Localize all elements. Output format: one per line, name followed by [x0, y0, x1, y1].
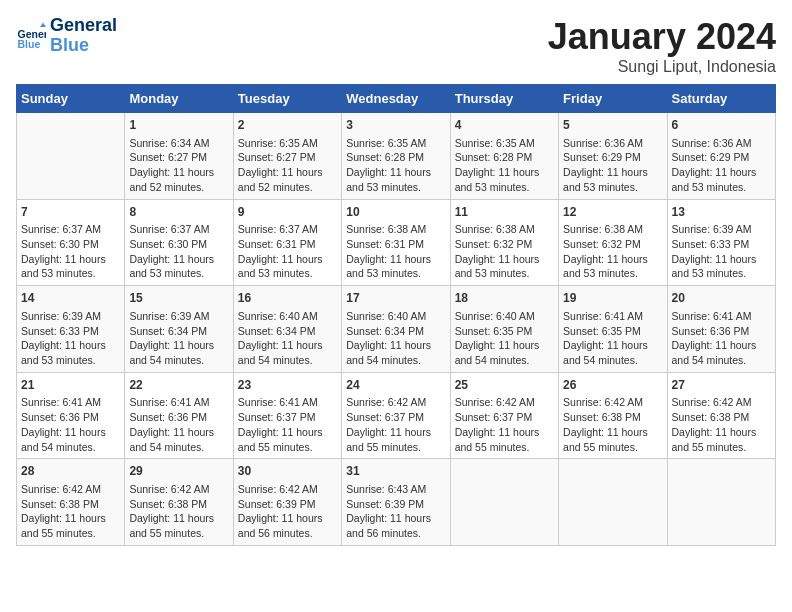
day-number: 4 — [455, 117, 554, 134]
day-number: 22 — [129, 377, 228, 394]
cell-content: Sunrise: 6:43 AMSunset: 6:39 PMDaylight:… — [346, 482, 445, 541]
cell-content: Sunrise: 6:41 AMSunset: 6:36 PMDaylight:… — [672, 309, 771, 368]
calendar-table: SundayMondayTuesdayWednesdayThursdayFrid… — [16, 84, 776, 546]
cell-content: Sunrise: 6:38 AMSunset: 6:31 PMDaylight:… — [346, 222, 445, 281]
header-cell-monday: Monday — [125, 85, 233, 113]
calendar-cell: 23Sunrise: 6:41 AMSunset: 6:37 PMDayligh… — [233, 372, 341, 459]
calendar-cell — [450, 459, 558, 546]
day-number: 30 — [238, 463, 337, 480]
calendar-cell: 27Sunrise: 6:42 AMSunset: 6:38 PMDayligh… — [667, 372, 775, 459]
day-number: 16 — [238, 290, 337, 307]
cell-content: Sunrise: 6:42 AMSunset: 6:37 PMDaylight:… — [455, 395, 554, 454]
cell-content: Sunrise: 6:41 AMSunset: 6:36 PMDaylight:… — [129, 395, 228, 454]
calendar-cell: 30Sunrise: 6:42 AMSunset: 6:39 PMDayligh… — [233, 459, 341, 546]
calendar-cell: 20Sunrise: 6:41 AMSunset: 6:36 PMDayligh… — [667, 286, 775, 373]
calendar-cell: 14Sunrise: 6:39 AMSunset: 6:33 PMDayligh… — [17, 286, 125, 373]
calendar-cell: 9Sunrise: 6:37 AMSunset: 6:31 PMDaylight… — [233, 199, 341, 286]
calendar-cell: 24Sunrise: 6:42 AMSunset: 6:37 PMDayligh… — [342, 372, 450, 459]
cell-content: Sunrise: 6:34 AMSunset: 6:27 PMDaylight:… — [129, 136, 228, 195]
cell-content: Sunrise: 6:41 AMSunset: 6:35 PMDaylight:… — [563, 309, 662, 368]
cell-content: Sunrise: 6:38 AMSunset: 6:32 PMDaylight:… — [563, 222, 662, 281]
logo-icon: General Blue — [16, 21, 46, 51]
cell-content: Sunrise: 6:37 AMSunset: 6:31 PMDaylight:… — [238, 222, 337, 281]
day-number: 14 — [21, 290, 120, 307]
day-number: 20 — [672, 290, 771, 307]
cell-content: Sunrise: 6:42 AMSunset: 6:38 PMDaylight:… — [563, 395, 662, 454]
calendar-body: 1Sunrise: 6:34 AMSunset: 6:27 PMDaylight… — [17, 113, 776, 546]
logo-text: General Blue — [50, 16, 117, 56]
header-cell-wednesday: Wednesday — [342, 85, 450, 113]
cell-content: Sunrise: 6:42 AMSunset: 6:37 PMDaylight:… — [346, 395, 445, 454]
svg-marker-2 — [40, 22, 46, 27]
calendar-cell: 26Sunrise: 6:42 AMSunset: 6:38 PMDayligh… — [559, 372, 667, 459]
calendar-cell: 18Sunrise: 6:40 AMSunset: 6:35 PMDayligh… — [450, 286, 558, 373]
title-section: January 2024 Sungi Liput, Indonesia — [548, 16, 776, 76]
cell-content: Sunrise: 6:39 AMSunset: 6:33 PMDaylight:… — [672, 222, 771, 281]
day-number: 10 — [346, 204, 445, 221]
day-number: 12 — [563, 204, 662, 221]
week-row-4: 28Sunrise: 6:42 AMSunset: 6:38 PMDayligh… — [17, 459, 776, 546]
calendar-cell — [559, 459, 667, 546]
calendar-cell: 21Sunrise: 6:41 AMSunset: 6:36 PMDayligh… — [17, 372, 125, 459]
day-number: 24 — [346, 377, 445, 394]
cell-content: Sunrise: 6:39 AMSunset: 6:33 PMDaylight:… — [21, 309, 120, 368]
calendar-cell: 2Sunrise: 6:35 AMSunset: 6:27 PMDaylight… — [233, 113, 341, 200]
cell-content: Sunrise: 6:42 AMSunset: 6:38 PMDaylight:… — [21, 482, 120, 541]
cell-content: Sunrise: 6:41 AMSunset: 6:36 PMDaylight:… — [21, 395, 120, 454]
calendar-cell: 1Sunrise: 6:34 AMSunset: 6:27 PMDaylight… — [125, 113, 233, 200]
calendar-cell: 8Sunrise: 6:37 AMSunset: 6:30 PMDaylight… — [125, 199, 233, 286]
calendar-cell: 29Sunrise: 6:42 AMSunset: 6:38 PMDayligh… — [125, 459, 233, 546]
cell-content: Sunrise: 6:40 AMSunset: 6:34 PMDaylight:… — [346, 309, 445, 368]
calendar-cell: 7Sunrise: 6:37 AMSunset: 6:30 PMDaylight… — [17, 199, 125, 286]
main-title: January 2024 — [548, 16, 776, 58]
day-number: 27 — [672, 377, 771, 394]
cell-content: Sunrise: 6:41 AMSunset: 6:37 PMDaylight:… — [238, 395, 337, 454]
cell-content: Sunrise: 6:36 AMSunset: 6:29 PMDaylight:… — [563, 136, 662, 195]
day-number: 19 — [563, 290, 662, 307]
day-number: 1 — [129, 117, 228, 134]
day-number: 8 — [129, 204, 228, 221]
cell-content: Sunrise: 6:39 AMSunset: 6:34 PMDaylight:… — [129, 309, 228, 368]
day-number: 18 — [455, 290, 554, 307]
cell-content: Sunrise: 6:37 AMSunset: 6:30 PMDaylight:… — [129, 222, 228, 281]
day-number: 5 — [563, 117, 662, 134]
page-header: General Blue General Blue January 2024 S… — [16, 16, 776, 76]
day-number: 7 — [21, 204, 120, 221]
calendar-cell: 10Sunrise: 6:38 AMSunset: 6:31 PMDayligh… — [342, 199, 450, 286]
calendar-cell: 6Sunrise: 6:36 AMSunset: 6:29 PMDaylight… — [667, 113, 775, 200]
header-cell-sunday: Sunday — [17, 85, 125, 113]
cell-content: Sunrise: 6:35 AMSunset: 6:28 PMDaylight:… — [455, 136, 554, 195]
day-number: 31 — [346, 463, 445, 480]
subtitle: Sungi Liput, Indonesia — [548, 58, 776, 76]
cell-content: Sunrise: 6:38 AMSunset: 6:32 PMDaylight:… — [455, 222, 554, 281]
cell-content: Sunrise: 6:37 AMSunset: 6:30 PMDaylight:… — [21, 222, 120, 281]
day-number: 6 — [672, 117, 771, 134]
day-number: 2 — [238, 117, 337, 134]
cell-content: Sunrise: 6:35 AMSunset: 6:28 PMDaylight:… — [346, 136, 445, 195]
calendar-cell: 25Sunrise: 6:42 AMSunset: 6:37 PMDayligh… — [450, 372, 558, 459]
header-cell-tuesday: Tuesday — [233, 85, 341, 113]
cell-content: Sunrise: 6:42 AMSunset: 6:39 PMDaylight:… — [238, 482, 337, 541]
header-cell-saturday: Saturday — [667, 85, 775, 113]
calendar-cell: 5Sunrise: 6:36 AMSunset: 6:29 PMDaylight… — [559, 113, 667, 200]
calendar-cell: 16Sunrise: 6:40 AMSunset: 6:34 PMDayligh… — [233, 286, 341, 373]
week-row-1: 7Sunrise: 6:37 AMSunset: 6:30 PMDaylight… — [17, 199, 776, 286]
week-row-3: 21Sunrise: 6:41 AMSunset: 6:36 PMDayligh… — [17, 372, 776, 459]
calendar-cell: 3Sunrise: 6:35 AMSunset: 6:28 PMDaylight… — [342, 113, 450, 200]
day-number: 11 — [455, 204, 554, 221]
day-number: 17 — [346, 290, 445, 307]
day-number: 3 — [346, 117, 445, 134]
day-number: 13 — [672, 204, 771, 221]
calendar-cell: 31Sunrise: 6:43 AMSunset: 6:39 PMDayligh… — [342, 459, 450, 546]
cell-content: Sunrise: 6:42 AMSunset: 6:38 PMDaylight:… — [672, 395, 771, 454]
cell-content: Sunrise: 6:42 AMSunset: 6:38 PMDaylight:… — [129, 482, 228, 541]
calendar-cell — [667, 459, 775, 546]
calendar-header: SundayMondayTuesdayWednesdayThursdayFrid… — [17, 85, 776, 113]
week-row-0: 1Sunrise: 6:34 AMSunset: 6:27 PMDaylight… — [17, 113, 776, 200]
week-row-2: 14Sunrise: 6:39 AMSunset: 6:33 PMDayligh… — [17, 286, 776, 373]
calendar-cell: 22Sunrise: 6:41 AMSunset: 6:36 PMDayligh… — [125, 372, 233, 459]
cell-content: Sunrise: 6:40 AMSunset: 6:35 PMDaylight:… — [455, 309, 554, 368]
calendar-cell: 12Sunrise: 6:38 AMSunset: 6:32 PMDayligh… — [559, 199, 667, 286]
day-number: 15 — [129, 290, 228, 307]
svg-text:Blue: Blue — [18, 38, 41, 50]
